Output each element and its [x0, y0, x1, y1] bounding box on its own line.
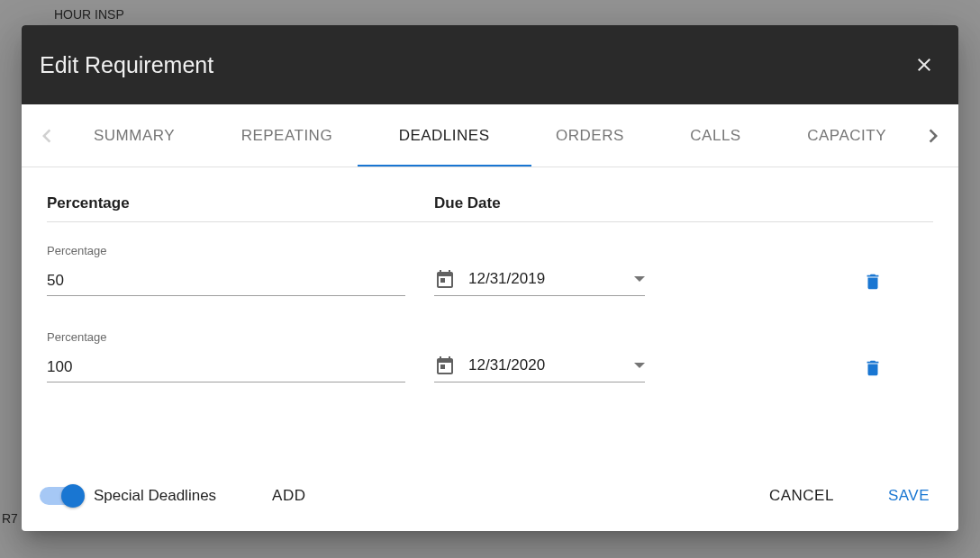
special-deadlines-toggle[interactable]: [40, 487, 81, 505]
date-value: 12/31/2020: [468, 356, 634, 374]
toggle-thumb: [61, 484, 85, 508]
tab-capacity[interactable]: CAPACITY: [807, 104, 886, 166]
tabs-container: SUMMARY REPEATING DEADLINES ORDERS CALLS…: [58, 104, 922, 166]
row-actions: [645, 271, 933, 292]
caret-down-icon: [634, 363, 645, 368]
percentage-field: Percentage: [47, 244, 434, 296]
save-button[interactable]: SAVE: [888, 487, 930, 505]
deadline-row: Percentage 12/31/2019: [47, 244, 933, 296]
trash-icon: [863, 357, 883, 379]
toggle-label: Special Deadlines: [94, 487, 216, 505]
tab-deadlines[interactable]: DEADLINES: [399, 104, 490, 166]
delete-row-button[interactable]: [863, 271, 883, 292]
dialog-footer: Special Deadlines ADD CANCEL SAVE: [22, 461, 958, 531]
close-button[interactable]: [912, 52, 937, 77]
date-picker[interactable]: 12/31/2020: [434, 355, 645, 382]
cancel-button[interactable]: CANCEL: [769, 487, 834, 505]
edit-requirement-dialog: Edit Requirement SUMMARY REPEATING DEADL…: [22, 25, 958, 531]
date-field: 12/31/2019: [434, 268, 645, 296]
calendar-icon: [434, 268, 456, 290]
percentage-label: Percentage: [47, 244, 434, 257]
percentage-label: Percentage: [47, 330, 434, 344]
tabs-scroll-left[interactable]: [36, 125, 58, 147]
dialog-header: Edit Requirement: [22, 25, 958, 104]
chevron-right-icon: [929, 129, 938, 143]
tab-orders[interactable]: ORDERS: [556, 104, 624, 166]
tabs-scroll-right[interactable]: [922, 125, 944, 147]
col-header-percentage: Percentage: [47, 194, 434, 212]
dialog-title: Edit Requirement: [40, 52, 213, 78]
row-actions: [645, 357, 933, 379]
tabs-bar: SUMMARY REPEATING DEADLINES ORDERS CALLS…: [22, 104, 958, 167]
date-dropdown-caret[interactable]: [634, 363, 645, 368]
col-header-due-date: Due Date: [434, 194, 501, 212]
add-button[interactable]: ADD: [272, 487, 305, 505]
deadline-row: Percentage 12/31/2020: [47, 330, 933, 382]
tab-repeating[interactable]: REPEATING: [241, 104, 332, 166]
close-icon: [913, 54, 935, 76]
delete-row-button[interactable]: [863, 357, 883, 379]
trash-icon: [863, 271, 883, 292]
chevron-left-icon: [42, 129, 51, 143]
date-dropdown-caret[interactable]: [634, 276, 645, 282]
percentage-input[interactable]: [47, 268, 405, 296]
percentage-input[interactable]: [47, 355, 405, 382]
deadlines-content: Percentage Due Date Percentage 12/31/201…: [22, 167, 958, 461]
tab-summary[interactable]: SUMMARY: [94, 104, 175, 166]
calendar-icon: [434, 355, 456, 376]
date-picker[interactable]: 12/31/2019: [434, 268, 645, 296]
columns-header: Percentage Due Date: [47, 194, 933, 222]
caret-down-icon: [634, 276, 645, 282]
tab-calls[interactable]: CALLS: [690, 104, 740, 166]
date-value: 12/31/2019: [468, 270, 634, 288]
date-field: 12/31/2020: [434, 355, 645, 382]
percentage-field: Percentage: [47, 330, 434, 382]
